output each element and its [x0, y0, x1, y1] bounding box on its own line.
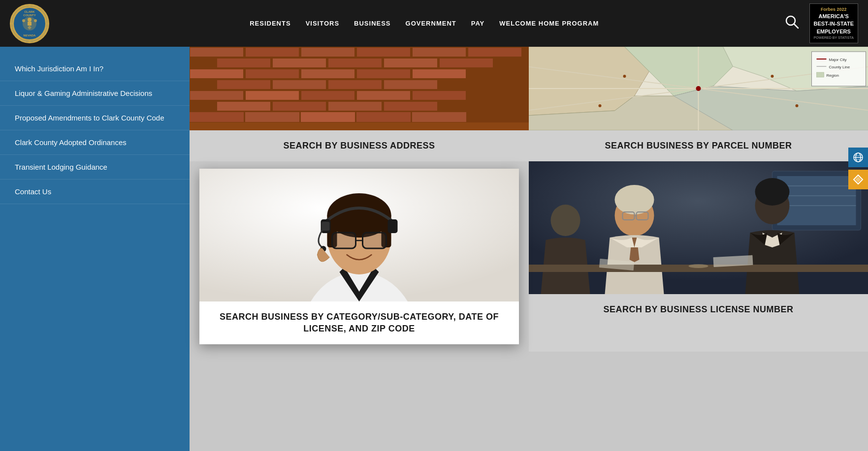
sidebar-item-adopted-ordinances[interactable]: Clark County Adopted Ordinances — [0, 130, 190, 155]
site-logo[interactable]: CLARK COUNTY NEVADA — [10, 4, 49, 43]
page-body: Which Jurisdiction Am I In? Liquor & Gam… — [0, 47, 868, 451]
card-category-label: SEARCH BUSINESS BY CATEGORY/SUB-CATEGORY… — [199, 301, 519, 344]
globe-button[interactable] — [848, 148, 868, 167]
forbes-badge: Forbes 2022 AMERICA'S BEST-IN-STATE EMPL… — [809, 3, 858, 43]
nav-pay[interactable]: PAY — [471, 20, 485, 27]
card-search-parcel[interactable]: Major City County Line Region SEARCH BUS… — [529, 47, 868, 161]
svg-point-29 — [696, 86, 701, 91]
badge-line1: AMERICA'S — [814, 13, 854, 20]
search-icon[interactable] — [785, 15, 800, 32]
svg-rect-53 — [333, 234, 355, 247]
card-address-label: SEARCH BY BUSINESS ADDRESS — [190, 130, 529, 161]
badge-line3: EMPLOYERS — [814, 28, 854, 35]
card-image-meeting — [529, 161, 868, 294]
main-navigation: RESIDENTS VISITORS BUSINESS GOVERNMENT P… — [64, 20, 785, 27]
svg-point-33 — [796, 104, 799, 107]
svg-point-30 — [623, 75, 626, 78]
svg-point-31 — [771, 75, 774, 78]
site-header: CLARK COUNTY NEVADA RESIDENTS VISITORS B… — [0, 0, 868, 47]
sidebar-item-transient-lodging[interactable]: Transient Lodging Guidance — [0, 155, 190, 180]
svg-text:Major City: Major City — [829, 58, 847, 62]
badge-line2: BEST-IN-STATE — [814, 20, 854, 28]
card-search-address[interactable]: SEARCH BY BUSINESS ADDRESS — [190, 47, 529, 161]
card-search-license[interactable]: SEARCH BY BUSINESS LICENSE NUMBER — [529, 161, 868, 352]
main-content: SEARCH BY BUSINESS ADDRESS — [190, 47, 868, 451]
svg-point-75 — [689, 264, 708, 268]
svg-line-11 — [794, 24, 798, 28]
svg-text:CLARK: CLARK — [25, 10, 35, 13]
card-image-brick — [190, 47, 529, 130]
badge-sub: POWERED BY STATISTA — [814, 35, 854, 40]
svg-text:NEVADA: NEVADA — [24, 34, 36, 37]
svg-text:County Line: County Line — [829, 65, 850, 69]
card-image-person — [199, 169, 519, 301]
diamond-button[interactable] — [848, 170, 868, 189]
card-search-category[interactable]: SEARCH BUSINESS BY CATEGORY/SUB-CATEGORY… — [199, 169, 519, 344]
forbes-year: Forbes 2022 — [814, 6, 854, 13]
sidebar-item-liquor-gaming[interactable]: Liquor & Gaming Administrative Decisions — [0, 81, 190, 106]
sidebar-item-contact-us[interactable]: Contact Us — [0, 180, 190, 204]
sidebar-item-proposed-amendments[interactable]: Proposed Amendments to Clark County Code — [0, 106, 190, 130]
card-license-label: SEARCH BY BUSINESS LICENSE NUMBER — [529, 294, 868, 325]
svg-point-4 — [28, 18, 32, 22]
nav-visitors[interactable]: VISITORS — [306, 20, 339, 27]
nav-business[interactable]: BUSINESS — [354, 20, 390, 27]
card-image-map: Major City County Line Region — [529, 47, 868, 130]
svg-point-66 — [615, 185, 654, 214]
svg-rect-39 — [817, 72, 824, 77]
svg-rect-76 — [713, 255, 753, 267]
nav-welcome-home[interactable]: WELCOME HOME PROGRAM — [499, 20, 599, 27]
svg-point-7 — [34, 19, 37, 22]
svg-rect-54 — [364, 234, 386, 247]
svg-rect-58 — [388, 219, 398, 233]
svg-text:Region: Region — [827, 73, 839, 78]
svg-point-6 — [22, 19, 25, 22]
svg-text:COUNTY: COUNTY — [23, 14, 35, 17]
svg-point-72 — [755, 178, 790, 206]
svg-rect-56 — [322, 222, 330, 231]
card-grid: SEARCH BY BUSINESS ADDRESS — [190, 47, 868, 352]
svg-rect-5 — [28, 22, 32, 26]
card-parcel-label: SEARCH BUSINESS BY PARCEL NUMBER — [529, 130, 868, 161]
svg-point-73 — [551, 205, 580, 236]
nav-government[interactable]: GOVERNMENT — [406, 20, 456, 27]
sidebar-item-jurisdiction[interactable]: Which Jurisdiction Am I In? — [0, 57, 190, 81]
nav-residents[interactable]: RESIDENTS — [250, 20, 290, 27]
sidebar: Which Jurisdiction Am I In? Liquor & Gam… — [0, 47, 190, 451]
svg-rect-61 — [777, 176, 856, 225]
svg-point-32 — [599, 104, 602, 107]
